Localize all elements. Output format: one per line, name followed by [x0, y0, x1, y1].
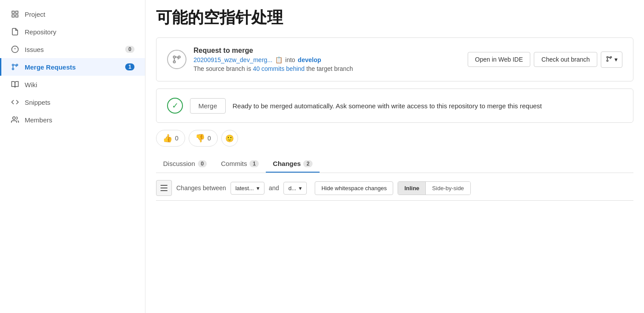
svg-point-16 — [610, 56, 611, 58]
request-label: Request to merge — [194, 47, 461, 55]
chevron-down-icon: ▾ — [257, 185, 260, 191]
svg-rect-2 — [12, 15, 14, 17]
svg-point-7 — [12, 64, 14, 66]
thumbsup-button[interactable]: 👍 0 — [156, 130, 185, 147]
target-value: d... — [288, 185, 296, 191]
svg-point-15 — [607, 60, 608, 61]
sidebar-icon-issues — [11, 45, 19, 54]
open-web-ide-button[interactable]: Open in Web IDE — [468, 52, 531, 67]
thumbsup-count: 0 — [175, 135, 179, 142]
sidebar-item-issues[interactable]: Issues0 — [0, 41, 145, 58]
svg-point-9 — [16, 64, 18, 66]
hamburger-line-3 — [160, 190, 168, 191]
svg-rect-3 — [16, 15, 18, 17]
sidebar-label-issues: Issues — [25, 46, 44, 53]
sidebar-label-repository: Repository — [25, 28, 56, 36]
chevron-down-icon: ▾ — [614, 56, 618, 63]
tab-commits[interactable]: Commits1 — [214, 155, 266, 173]
and-label: and — [269, 184, 279, 191]
merge-info: Request to merge 20200915_wzw_dev_merg..… — [194, 47, 461, 72]
merge-button[interactable]: Merge — [190, 98, 226, 114]
merge-actions: Open in Web IDE Check out branch ▾ — [468, 52, 622, 68]
sidebar-item-merge-requests[interactable]: Merge Requests1 — [0, 58, 145, 76]
changes-between-label: Changes between — [176, 184, 226, 191]
sidebar-label-merge-requests: Merge Requests — [25, 63, 76, 71]
sidebar-item-snippets[interactable]: Snippets — [0, 93, 145, 111]
target-branch: develop — [298, 56, 321, 63]
sidebar-icon-members — [11, 115, 19, 124]
sidebar-item-members[interactable]: Members — [0, 111, 145, 129]
add-reaction-button[interactable]: 🙂 — [221, 130, 238, 147]
hide-whitespace-button[interactable]: Hide whitespace changes — [315, 181, 393, 195]
branch-line: 20200915_wzw_dev_merg... 📋 into develop — [194, 56, 461, 63]
main-content: 可能的空指针处理 Request to merge 20200915_wzw_d… — [145, 0, 644, 313]
changes-toolbar: Changes between latest... ▾ and d... ▾ H… — [156, 174, 633, 201]
sidebar: ProjectRepositoryIssues0Merge Requests1W… — [0, 0, 145, 313]
sidebar-icon-repository — [11, 27, 19, 36]
sidebar-label-wiki: Wiki — [25, 81, 37, 88]
tabs-bar: Discussion0Commits1Changes2 — [156, 155, 633, 173]
sidebar-icon-project — [11, 10, 19, 18]
latest-value: latest... — [235, 185, 254, 191]
merge-status-card: ✓ Merge Ready to be merged automatically… — [156, 88, 633, 123]
sidebar-badge-issues: 0 — [125, 46, 134, 53]
tab-count-discussion: 0 — [198, 160, 207, 167]
svg-point-8 — [12, 68, 14, 70]
smiley-icon: 🙂 — [225, 134, 234, 143]
svg-point-10 — [13, 117, 15, 119]
tab-label-changes: Changes — [273, 160, 301, 167]
behind-text: The source branch is 40 commits behind t… — [194, 65, 461, 72]
sidebar-item-project[interactable]: Project — [0, 5, 145, 23]
behind-commits-link[interactable]: 40 commits behind — [253, 65, 305, 72]
tab-changes[interactable]: Changes2 — [266, 155, 320, 173]
target-dropdown[interactable]: d... ▾ — [283, 182, 307, 195]
more-options-dropdown[interactable]: ▾ — [601, 52, 622, 68]
hamburger-menu-button[interactable] — [156, 180, 172, 196]
svg-point-14 — [607, 56, 608, 58]
tab-count-changes: 2 — [303, 160, 313, 167]
chevron-down-icon: ▾ — [299, 185, 302, 191]
merge-request-card: Request to merge 20200915_wzw_dev_merg..… — [156, 37, 633, 81]
sidebar-label-members: Members — [25, 116, 52, 124]
tab-label-discussion: Discussion — [163, 160, 195, 167]
svg-rect-0 — [12, 11, 14, 13]
tab-label-commits: Commits — [221, 160, 247, 167]
merge-status-text: Ready to be merged automatically. Ask so… — [233, 102, 542, 110]
view-toggle: Inline Side-by-side — [398, 181, 470, 195]
svg-point-11 — [173, 56, 175, 58]
tab-discussion[interactable]: Discussion0 — [156, 155, 214, 173]
sidebar-icon-snippets — [11, 98, 19, 107]
tab-count-commits: 1 — [249, 160, 259, 167]
sidebar-label-project: Project — [25, 11, 45, 18]
source-branch-link[interactable]: 20200915_wzw_dev_merg... — [194, 56, 272, 63]
thumbsdown-button[interactable]: 👎 0 — [189, 130, 218, 147]
inline-view-button[interactable]: Inline — [398, 182, 426, 195]
sidebar-label-snippets: Snippets — [25, 99, 50, 106]
sidebar-badge-merge-requests: 1 — [125, 63, 134, 70]
page-title: 可能的空指针处理 — [156, 0, 633, 37]
sidebar-icon-wiki — [11, 80, 19, 89]
sidebar-icon-merge-requests — [11, 63, 19, 71]
thumbsdown-count: 0 — [208, 135, 211, 142]
latest-dropdown[interactable]: latest... ▾ — [231, 182, 264, 195]
side-by-side-view-button[interactable]: Side-by-side — [426, 182, 470, 195]
thumbsdown-emoji: 👎 — [195, 133, 205, 143]
reactions-bar: 👍 0 👎 0 🙂 — [156, 130, 633, 147]
hamburger-line-1 — [160, 185, 168, 186]
checkout-branch-button[interactable]: Check out branch — [534, 52, 597, 67]
sidebar-item-wiki[interactable]: Wiki — [0, 76, 145, 93]
git-icon — [606, 55, 613, 64]
thumbsup-emoji: 👍 — [163, 133, 172, 143]
check-circle-icon: ✓ — [167, 98, 183, 114]
svg-point-12 — [173, 61, 175, 63]
svg-rect-1 — [16, 11, 18, 13]
svg-point-13 — [178, 56, 180, 58]
copy-icon[interactable]: 📋 — [275, 56, 283, 63]
into-text: into — [285, 56, 295, 63]
hamburger-line-2 — [160, 188, 168, 188]
sidebar-item-repository[interactable]: Repository — [0, 23, 145, 41]
merge-icon — [167, 50, 186, 69]
